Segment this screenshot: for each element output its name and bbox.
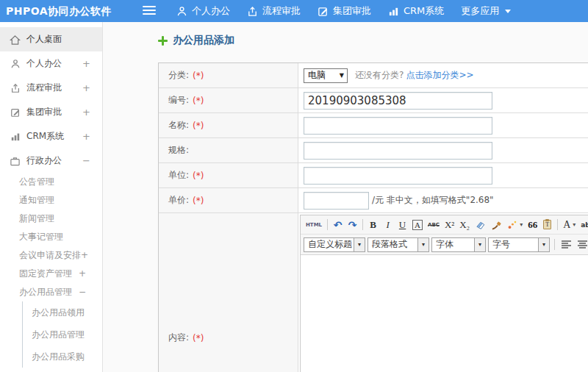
sidebar-item-label: 大事记管理 [19,232,63,242]
paste-plain-text-button[interactable] [540,218,554,232]
label-text: 单价: [168,194,189,207]
sidebar-item-workflow-approval[interactable]: 流程审批 + [0,76,102,100]
price-input[interactable] [304,192,369,210]
app-logo[interactable]: PHPOA协同办公软件 [6,0,112,22]
briefcase-icon [9,156,21,166]
supplies-add-form: 分类: (*) 电脑 还没有分类? 点击添加分类>> 编号: (*) [158,62,588,372]
nav-label: 个人办公 [192,4,230,18]
required-mark: (*) [193,71,204,81]
expand-plus-icon[interactable]: + [82,58,90,69]
sidebar-item-crm[interactable]: CRM系统 + [0,124,102,149]
paragraph-format-select[interactable]: 段落格式 [368,237,429,252]
align-center-icon [578,240,587,248]
collapse-minus-icon[interactable]: − [79,287,86,297]
spec-input[interactable] [304,142,492,160]
align-left-icon [562,240,571,248]
field-label-spec: 规格: [159,138,298,162]
required-mark: (*) [193,96,204,106]
sidebar-item-fixed-assets[interactable]: 固定资产管理+ [0,265,102,283]
menu-toggle-button[interactable] [143,6,156,16]
sidebar-item-label: 流程审批 [26,82,62,94]
highlight-color-button[interactable]: ab✎ [578,218,588,232]
sidebar-item-memorabilia[interactable]: 大事记管理 [0,228,102,246]
unit-input[interactable] [304,167,492,185]
bar-chart-icon [388,6,399,16]
sidebar-item-notices[interactable]: 通知管理 [0,191,102,210]
remove-format-button[interactable] [473,218,488,232]
font-color-button[interactable]: A [561,218,578,232]
sidebar-item-desktop[interactable]: 个人桌面 [0,27,102,51]
expand-plus-icon[interactable]: + [82,107,90,118]
user-icon [9,59,21,69]
italic-button[interactable]: I [381,218,395,232]
sidebar-item-personal-office[interactable]: 个人办公 + [0,51,102,76]
nav-workflow-approval[interactable]: 流程审批 [247,4,301,18]
nav-crm-system[interactable]: CRM系统 [388,4,444,18]
blockquote-button[interactable]: 66 [526,218,539,232]
font-family-select[interactable]: 字体 [431,237,486,252]
main-content: 办公用品添加 分类: (*) 电脑 还没有分类? 点击添加分类>> [104,22,588,372]
sidebar-item-announcements[interactable]: 公告管理 [0,173,102,191]
auto-typeset-button[interactable] [505,218,525,232]
rich-text-editor: HTML ↶ ↷ B I U A ABC X² X₂ [300,215,588,372]
font-size-select[interactable]: 字号 [488,237,550,252]
format-painter-button[interactable] [489,218,504,232]
toolbar-separator [362,219,363,230]
field-label-code: 编号: (*) [159,88,298,112]
boxed-a-button[interactable]: A [410,218,425,232]
add-category-link[interactable]: 点击添加分类>> [406,69,473,82]
nav-personal-office[interactable]: 个人办公 [176,4,230,18]
field-value-content: HTML ↶ ↷ B I U A ABC X² X₂ [298,213,588,372]
toolbar-separator [554,239,555,250]
sidebar-item-admin-office[interactable]: 行政办公 − [0,149,102,173]
row-content: 内容: (*) HTML ↶ ↷ B I [159,213,588,372]
align-center-button[interactable] [576,237,588,252]
underline-button[interactable]: U [395,218,409,232]
nav-group-approval[interactable]: 集团审批 [318,4,371,18]
toolbar-separator [327,219,328,230]
subscript-button[interactable]: X₂ [457,218,472,232]
custom-heading-select[interactable]: 自定义标题 [304,237,365,252]
redo-button[interactable]: ↷ [345,218,359,232]
chevron-down-icon [573,221,576,228]
office-supplies-submenu: 办公用品领用 办公用品管理 办公用品采购 [22,301,102,368]
sidebar-item-group-approval[interactable]: 集团审批 + [0,100,102,124]
sidebar-item-supplies-manage[interactable]: 办公用品管理 [23,323,102,346]
align-left-button[interactable] [559,237,573,252]
brush-icon [491,220,502,230]
collapse-minus-icon[interactable]: − [82,155,90,166]
field-value-name [298,113,588,137]
expand-plus-icon[interactable]: + [82,82,90,93]
name-input[interactable] [304,117,492,135]
undo-button[interactable]: ↶ [331,218,345,232]
sidebar-item-meetings[interactable]: 会议申请及安排+ [0,246,102,265]
selected-option: 电脑 [308,69,326,82]
chevron-down-icon [417,238,429,251]
superscript-button[interactable]: X² [442,218,456,232]
sidebar-item-supplies-purchase[interactable]: 办公用品采购 [23,346,102,368]
bold-button[interactable]: B [366,218,380,232]
selected-option: 自定义标题 [308,238,352,251]
selected-option: 段落格式 [372,238,407,251]
label-text: 内容: [168,332,189,344]
strikethrough-button[interactable]: ABC [426,218,442,232]
sidebar-item-supplies-claim[interactable]: 办公用品领用 [23,301,102,323]
highlight-icon: ab [581,221,588,229]
expand-plus-icon[interactable]: + [79,268,86,279]
sidebar-item-news[interactable]: 新闻管理 [0,210,102,228]
required-mark: (*) [193,171,204,181]
field-label-content: 内容: (*) [159,213,298,372]
expand-plus-icon[interactable]: + [82,131,90,142]
html-source-button[interactable]: HTML [304,218,324,232]
topbar: PHPOA协同办公软件 个人办公 流程审批 集团审批 CRM系统 更多应用 [0,0,588,22]
chevron-down-icon [474,238,485,251]
field-value-spec [298,138,588,162]
label-text: 规格: [168,144,189,157]
sidebar-item-label: 通知管理 [19,195,54,205]
category-select[interactable]: 电脑 [304,68,348,83]
code-input[interactable] [304,92,492,110]
sidebar-item-office-supplies[interactable]: 办公用品管理− [0,283,102,301]
nav-more-apps[interactable]: 更多应用 [461,4,511,18]
nav-label: 流程审批 [262,4,301,18]
editor-content-area[interactable] [301,255,588,372]
